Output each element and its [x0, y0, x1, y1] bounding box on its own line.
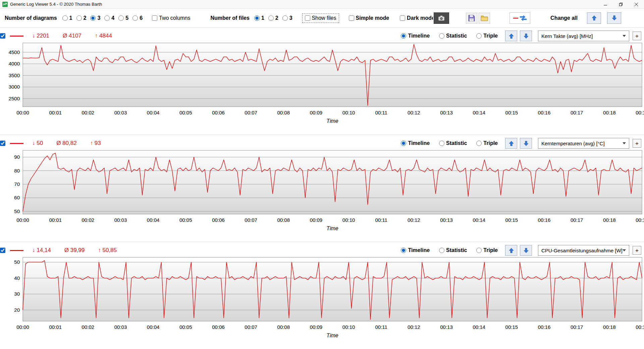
svg-text:00:07: 00:07 — [245, 110, 257, 115]
two-columns-checkbox[interactable] — [152, 15, 157, 21]
file-count-option-2[interactable]: 2 — [268, 15, 278, 21]
file-count-option-1[interactable]: 1 — [254, 15, 264, 21]
close-button[interactable] — [629, 0, 644, 8]
svg-text:00:11: 00:11 — [375, 110, 387, 115]
line-refresh-icon — [513, 14, 527, 22]
file-count-radio-2[interactable] — [268, 15, 274, 21]
diagram-count-option-3[interactable]: 3 — [90, 15, 100, 21]
diagram-count-option-1[interactable]: 1 — [62, 15, 72, 21]
svg-text:00:12: 00:12 — [408, 324, 420, 330]
svg-text:70: 70 — [14, 181, 20, 187]
svg-text:00:16: 00:16 — [538, 110, 551, 115]
svg-text:00:15: 00:15 — [505, 324, 518, 330]
diagram-count-option-4[interactable]: 4 — [104, 15, 114, 21]
add-measurement-button[interactable]: + — [633, 32, 641, 40]
window-title: Generic Log Viewer 5.4 - © 2020 Thomas B… — [10, 2, 102, 7]
measurement-dropdown[interactable]: CPU-Gesamtleistungsaufnahme [W] — [538, 245, 629, 256]
view-timeline-option[interactable]: Timeline — [401, 140, 430, 146]
two-columns-option[interactable]: Two columns — [152, 15, 190, 21]
screenshot-button[interactable] — [434, 12, 449, 24]
save-icon — [468, 14, 476, 22]
simple-mode-option[interactable]: Simple mode — [349, 15, 389, 21]
move-diagram-up-button[interactable] — [505, 31, 517, 41]
svg-text:00:01: 00:01 — [49, 110, 62, 115]
view-statistic-option[interactable]: Statistic — [439, 247, 467, 253]
svg-text:00:03: 00:03 — [114, 110, 127, 115]
show-files-option[interactable]: Show files — [305, 15, 336, 21]
diagram-count-radio-6[interactable] — [132, 15, 138, 21]
timeline-chart[interactable]: 2030405000:0000:0100:0200:0300:0400:0500… — [0, 256, 644, 339]
option-label: 1 — [69, 15, 72, 21]
statistic-radio[interactable] — [439, 141, 444, 146]
statistic-radio[interactable] — [439, 33, 444, 39]
view-triple-option[interactable]: Triple — [476, 33, 498, 39]
diagram-count-radio-4[interactable] — [104, 15, 110, 21]
option-label: Show files — [312, 15, 336, 21]
move-diagram-down-button[interactable] — [520, 31, 532, 41]
change-all-up-button[interactable] — [587, 12, 601, 24]
move-diagram-up-button[interactable] — [505, 138, 517, 149]
chevron-down-icon — [623, 249, 626, 251]
chevron-down-icon — [623, 35, 626, 37]
save-button[interactable] — [466, 13, 477, 23]
show-files-checkbox[interactable] — [305, 15, 310, 21]
svg-text:00:17: 00:17 — [571, 324, 583, 330]
diagram-count-radio-2[interactable] — [76, 15, 82, 21]
open-folder-button[interactable] — [479, 13, 490, 23]
diagram-count-option-5[interactable]: 5 — [118, 15, 128, 21]
view-timeline-option[interactable]: Timeline — [401, 33, 430, 39]
view-statistic-option[interactable]: Statistic — [439, 140, 467, 146]
diagram-count-option-6[interactable]: 6 — [132, 15, 143, 21]
timeline-radio[interactable] — [401, 141, 406, 146]
series-visible-checkbox[interactable] — [0, 33, 5, 39]
statistic-radio[interactable] — [439, 248, 444, 253]
change-all-down-button[interactable] — [607, 12, 621, 24]
diagram-count-radio-1[interactable] — [62, 15, 68, 21]
series-avg-value: Ø 39,99 — [64, 247, 85, 254]
file-count-radio-1[interactable] — [254, 15, 260, 21]
triple-radio[interactable] — [476, 141, 482, 146]
view-timeline-option[interactable]: Timeline — [401, 247, 430, 253]
arrow-up-icon — [508, 141, 514, 146]
svg-text:00:19: 00:19 — [636, 324, 644, 330]
refresh-line-colors-button[interactable] — [509, 12, 530, 24]
simple-mode-checkbox[interactable] — [349, 15, 354, 21]
svg-text:00:08: 00:08 — [277, 217, 290, 223]
view-triple-option[interactable]: Triple — [476, 140, 498, 146]
timeline-chart[interactable]: 506070809000:0000:0100:0200:0300:0400:05… — [0, 149, 644, 232]
measurement-dropdown[interactable]: Kern Takte (avg) [MHz] — [538, 31, 629, 41]
change-all-label: Change all — [550, 15, 578, 21]
dark-mode-checkbox[interactable] — [400, 15, 405, 21]
option-label: Statistic — [446, 140, 467, 146]
file-count-option-3[interactable]: 3 — [282, 15, 292, 21]
series-visible-checkbox[interactable] — [0, 248, 5, 253]
diagram-count-radio-5[interactable] — [118, 15, 124, 21]
svg-text:00:12: 00:12 — [408, 110, 420, 115]
timeline-radio[interactable] — [401, 33, 406, 39]
move-diagram-down-button[interactable] — [520, 245, 532, 256]
dark-mode-option[interactable]: Dark mode — [400, 15, 433, 21]
diagram-count-radio-3[interactable] — [90, 15, 96, 21]
triple-radio[interactable] — [476, 248, 482, 253]
triple-radio[interactable] — [476, 33, 482, 39]
file-count-radio-3[interactable] — [282, 15, 288, 21]
add-measurement-button[interactable]: + — [633, 246, 641, 255]
maximize-restore-button[interactable] — [613, 0, 629, 8]
timeline-radio[interactable] — [401, 248, 406, 253]
measurement-dropdown[interactable]: Kerntemperaturen (avg) [°C] — [538, 138, 629, 149]
svg-text:00:07: 00:07 — [245, 324, 257, 330]
move-diagram-down-button[interactable] — [520, 138, 532, 149]
view-statistic-option[interactable]: Statistic — [439, 33, 467, 39]
timeline-chart[interactable]: 2500300035004000450000:0000:0100:0200:03… — [0, 42, 644, 124]
diagram-count-option-2[interactable]: 2 — [76, 15, 87, 21]
number-of-diagrams-label: Number of diagrams — [5, 15, 57, 21]
move-diagram-up-button[interactable] — [505, 245, 517, 256]
view-triple-option[interactable]: Triple — [476, 247, 498, 253]
show-files-focus-frame: Show files — [303, 14, 339, 22]
add-measurement-button[interactable]: + — [633, 139, 641, 148]
svg-text:00:13: 00:13 — [440, 110, 453, 115]
minimize-button[interactable] — [598, 0, 613, 8]
series-color-swatch — [10, 250, 23, 251]
diagram-panel-3: ↓ 14,14 Ø 39,99 ↑ 50,85 Timeline Statist… — [0, 242, 644, 349]
series-visible-checkbox[interactable] — [0, 141, 5, 146]
